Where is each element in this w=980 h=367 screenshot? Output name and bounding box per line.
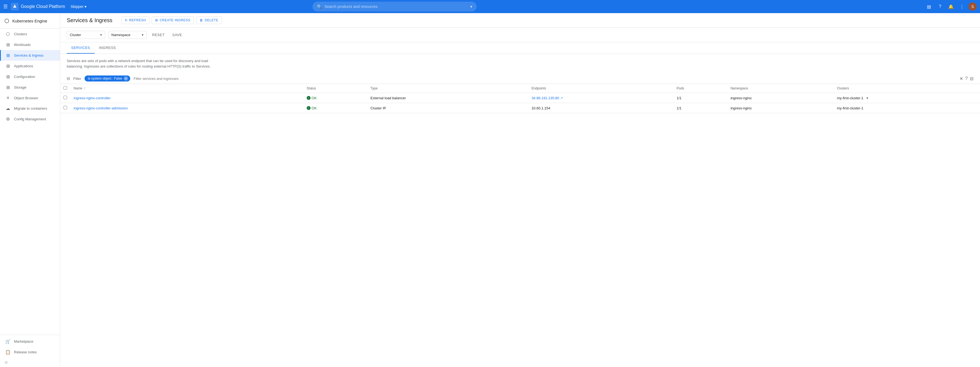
tab-ingress[interactable]: INGRESS — [95, 42, 120, 54]
row-2-endpoints-cell: 10.60.1.154 — [528, 103, 673, 113]
collapse-icon: ◁ — [5, 360, 7, 364]
page-title: Services & Ingress — [67, 17, 113, 24]
filter-chip-remove-button[interactable]: ✕ — [124, 76, 128, 81]
sidebar-item-workloads[interactable]: ⊞ Workloads — [0, 40, 60, 50]
row-2-pods-text: 1/1 — [676, 106, 681, 110]
more-options-icon[interactable]: ⋮ — [958, 2, 966, 11]
filter-controls: Cluster ▾ Namespace ▾ RESET SAVE — [60, 28, 980, 42]
marketplace-icon: 🛒 — [5, 339, 11, 344]
services-table: Name ↑ Status Type Endpoints — [60, 84, 980, 113]
column-pods-label: Pods — [676, 86, 684, 90]
search-input[interactable] — [325, 5, 468, 9]
namespace-dropdown[interactable]: Namespace ▾ — [108, 31, 146, 39]
storage-icon: ⊞ — [5, 85, 11, 90]
row-2-type-cell: Cluster IP — [367, 103, 528, 113]
filter-action-buttons: ✕ ? ⊟ — [959, 76, 974, 81]
sidebar-item-applications[interactable]: ⊞ Applications — [0, 61, 60, 71]
save-button[interactable]: SAVE — [170, 31, 185, 38]
filter-columns-icon[interactable]: ⊟ — [970, 76, 974, 81]
refresh-label: REFRESH — [129, 18, 146, 22]
top-nav-right-actions: ▤ ? 🔔 ⋮ S — [925, 2, 977, 11]
table-row: ingress-nginx-controller-admission ✓ OK … — [60, 103, 980, 113]
column-name-label: Name — [73, 86, 82, 90]
create-ingress-button[interactable]: ⊞ CREATE INGRESS — [151, 16, 194, 24]
select-all-checkbox[interactable] — [64, 86, 67, 90]
kubernetes-engine-icon: ⬡ — [5, 17, 9, 24]
notifications-icon[interactable]: 🔔 — [947, 2, 955, 11]
tab-ingress-label: INGRESS — [99, 46, 116, 50]
cloud-shell-icon[interactable]: ▤ — [925, 2, 934, 11]
row-2-checkbox[interactable] — [64, 106, 67, 110]
object-browser-icon: ≡ — [5, 95, 11, 100]
sidebar-item-marketplace[interactable]: 🛒 Marketplace — [0, 336, 60, 347]
sidebar-collapse-button[interactable]: ◁ — [0, 357, 60, 367]
sidebar-item-config-management[interactable]: ⚙ Config Management — [0, 114, 60, 124]
filter-icon: ⊟ — [67, 76, 70, 81]
sidebar-item-configuration[interactable]: ⊞ Configuration — [0, 71, 60, 82]
status-ok-icon-2: ✓ — [307, 106, 310, 110]
sidebar-item-release-notes[interactable]: 📋 Release notes — [0, 347, 60, 357]
row-1-name-link[interactable]: ingress-nginx-controller — [73, 96, 300, 100]
row-2-status: ✓ OK — [307, 106, 364, 110]
refresh-button[interactable]: ↻ REFRESH — [121, 16, 150, 24]
save-label: SAVE — [172, 33, 182, 37]
row-1-endpoints-cell: 34.88.191.135:80 ↗ — [528, 93, 673, 103]
user-avatar[interactable]: S — [969, 2, 977, 11]
filter-chip-system-object: Is system object : False ✕ — [84, 75, 130, 81]
row-2-namespace-cell: ingress-nginx — [727, 103, 834, 113]
delete-button[interactable]: 🗑 DELETE — [196, 16, 222, 24]
global-search-bar[interactable]: 🔍 ▾ — [312, 2, 477, 11]
reset-button[interactable]: RESET — [150, 31, 167, 38]
filter-label: Filter — [73, 76, 81, 81]
sidebar-item-label-marketplace: Marketplace — [14, 339, 33, 343]
project-selector[interactable]: Skipper ▾ — [71, 5, 86, 9]
sort-icon: ↑ — [84, 86, 85, 90]
column-clusters-label: Clusters — [837, 86, 849, 90]
row-1-cluster-cell: my-first-cluster-1 ▾ — [834, 93, 980, 103]
help-icon[interactable]: ? — [935, 2, 945, 11]
refresh-icon: ↻ — [125, 18, 128, 22]
row-2-name-link[interactable]: ingress-nginx-controller-admission — [73, 106, 300, 110]
column-header-name[interactable]: Name ↑ — [70, 84, 304, 93]
row-1-checkbox[interactable] — [64, 96, 67, 99]
hamburger-menu-icon[interactable]: ☰ — [3, 3, 8, 10]
row-1-name-text: ingress-nginx-controller — [73, 96, 111, 100]
table-row: ingress-nginx-controller ✓ OK External l… — [60, 93, 980, 103]
sidebar-item-label-applications: Applications — [14, 64, 33, 68]
main-content: Services & Ingress ↻ REFRESH ⊞ CREATE IN… — [60, 13, 980, 367]
row-2-cluster-cell: my-first-cluster-1 — [834, 103, 980, 113]
sidebar-item-clusters[interactable]: ⬡ Clusters — [0, 29, 60, 40]
top-navigation: ☰ Google Cloud Platform Skipper ▾ 🔍 ▾ ▤ … — [0, 0, 980, 13]
sidebar-title: Kubernetes Engine — [12, 19, 47, 23]
sidebar-item-storage[interactable]: ⊞ Storage — [0, 82, 60, 93]
description-text: Services are sets of pods with a network… — [67, 58, 218, 69]
filter-clear-icon[interactable]: ✕ — [959, 76, 963, 81]
search-expand-icon: ▾ — [470, 5, 472, 9]
filter-help-icon[interactable]: ? — [965, 76, 968, 81]
column-status-label: Status — [307, 86, 316, 90]
row-1-pods-text: 1/1 — [676, 96, 681, 100]
sidebar-item-migrate-containers[interactable]: ☁ Migrate to containers — [0, 103, 60, 114]
row-1-expand-button[interactable]: ▾ — [867, 96, 869, 100]
row-1-name-cell: ingress-nginx-controller — [70, 93, 304, 103]
page-description: Services are sets of pods with a network… — [60, 54, 224, 73]
row-1-status-cell: ✓ OK — [304, 93, 367, 103]
tab-services[interactable]: SERVICES — [67, 42, 95, 54]
filter-search-input[interactable] — [134, 76, 956, 81]
row-1-namespace-cell: ingress-nginx — [727, 93, 834, 103]
column-type-label: Type — [371, 86, 377, 90]
column-header-endpoints: Endpoints — [528, 84, 673, 93]
namespace-dropdown-arrow-icon: ▾ — [142, 33, 144, 37]
row-1-endpoint-link[interactable]: 34.88.191.135:80 ↗ — [531, 96, 670, 100]
project-name-label: Skipper — [71, 5, 83, 9]
row-2-cluster-text: my-first-cluster-1 — [837, 106, 864, 110]
table-body: ingress-nginx-controller ✓ OK External l… — [60, 93, 980, 113]
sidebar-item-object-browser[interactable]: ≡ Object Browser — [0, 93, 60, 103]
search-icon: 🔍 — [317, 4, 322, 9]
config-management-icon: ⚙ — [5, 116, 11, 122]
filter-chip-text: Is system object : False — [88, 76, 122, 80]
cluster-dropdown[interactable]: Cluster ▾ — [67, 31, 105, 39]
sidebar-item-services-ingress[interactable]: ⊞ Services & Ingress — [0, 50, 60, 61]
row-2-name-cell: ingress-nginx-controller-admission — [70, 103, 304, 113]
delete-label: DELETE — [205, 18, 218, 22]
